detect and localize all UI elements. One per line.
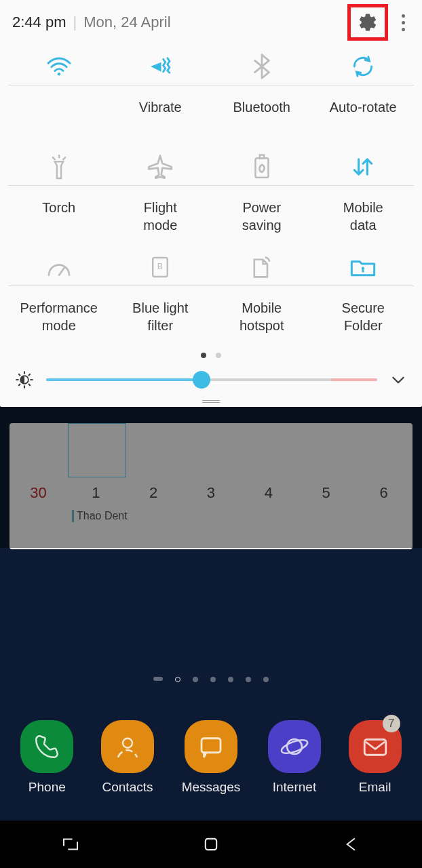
phone-icon	[33, 732, 61, 761]
brightness-row	[0, 370, 422, 400]
toggle-mobiledata[interactable]: Mobiledata	[313, 145, 415, 245]
slider-fill	[46, 378, 202, 381]
home-dot	[210, 677, 216, 682]
app-label: Contacts	[102, 780, 153, 795]
qs-page-indicator[interactable]	[0, 350, 422, 370]
status-row: 2:44 pm | Mon, 24 April	[0, 0, 422, 45]
toggle-hotspot[interactable]: Mobilehotspot	[211, 245, 313, 346]
toggle-performance[interactable]: Performancemode	[8, 245, 110, 346]
wifi-icon	[45, 56, 73, 77]
toggle-wifi[interactable]	[8, 45, 110, 145]
svg-rect-4	[364, 740, 386, 755]
quick-toggles-grid: Vibrate Bluetooth Auto-rotate Torch Flig…	[0, 45, 422, 350]
vibrate-icon	[147, 55, 174, 78]
autorotate-icon	[350, 54, 376, 79]
toggle-flightmode[interactable]: Flightmode	[110, 145, 212, 245]
toggle-securefolder[interactable]: SecureFolder	[313, 245, 415, 346]
data-arrows-icon	[350, 155, 376, 179]
toggle-label: Mobiledata	[343, 199, 383, 235]
toggle-autorotate[interactable]: Auto-rotate	[313, 45, 415, 145]
svg-rect-1	[202, 738, 220, 753]
app-label: Internet	[273, 780, 316, 795]
app-contacts[interactable]: Contacts	[101, 720, 154, 795]
toggle-label: Flightmode	[143, 199, 177, 235]
svg-point-6	[58, 72, 60, 75]
bluetooth-icon	[253, 54, 271, 79]
home-dot	[228, 677, 233, 682]
dock: Phone Contacts Messages Internet 7 Ema	[0, 720, 422, 795]
torch-icon	[48, 153, 70, 180]
home-dot-active	[175, 677, 180, 682]
more-button[interactable]	[396, 14, 410, 31]
svg-rect-7	[255, 158, 268, 178]
app-internet[interactable]: Internet	[268, 720, 321, 795]
toggle-label: Vibrate	[139, 99, 182, 134]
app-label: Email	[359, 780, 391, 795]
brightness-icon	[15, 370, 34, 389]
toggle-bluelight[interactable]: B Blue lightfilter	[110, 245, 212, 346]
app-label: Phone	[28, 780, 66, 795]
home-page-indicator[interactable]	[0, 677, 422, 682]
toggle-label: Auto-rotate	[330, 99, 397, 134]
home-dot	[263, 677, 269, 682]
toggle-label: Blue lightfilter	[132, 300, 188, 335]
highlight-box	[347, 4, 388, 41]
status-time: 2:44 pm	[12, 14, 66, 31]
message-icon	[197, 732, 225, 761]
toggle-label: Powersaving	[242, 199, 282, 235]
svg-point-0	[123, 738, 132, 748]
home-button[interactable]	[202, 835, 220, 854]
svg-text:B: B	[157, 262, 163, 271]
back-button[interactable]	[341, 834, 362, 854]
home-dot	[193, 677, 198, 682]
bluelight-icon: B	[150, 256, 170, 279]
nav-bar	[0, 821, 422, 868]
gear-icon[interactable]	[358, 12, 378, 33]
status-date: Mon, 24 April	[83, 14, 170, 31]
contact-icon	[113, 732, 142, 761]
toggle-label: Bluetooth	[233, 99, 290, 134]
quick-settings-panel: 2:44 pm | Mon, 24 April Vibrate Bluetoot…	[0, 0, 422, 407]
qs-dot-active	[201, 353, 206, 358]
toggle-label: Torch	[42, 199, 75, 235]
app-email[interactable]: 7 Email	[349, 720, 402, 795]
email-badge: 7	[383, 715, 400, 732]
gauge-icon	[45, 256, 73, 278]
qs-dot	[216, 353, 221, 358]
secure-folder-icon	[349, 256, 377, 278]
email-icon	[361, 732, 389, 761]
app-messages[interactable]: Messages	[182, 720, 241, 795]
planet-icon	[280, 732, 309, 762]
slider-warning-tail	[331, 378, 377, 381]
svg-point-11	[362, 267, 364, 269]
slider-thumb[interactable]	[193, 371, 210, 389]
hotspot-icon	[251, 255, 273, 279]
svg-rect-8	[260, 155, 264, 158]
svg-point-3	[280, 737, 309, 756]
home-dot	[246, 677, 251, 682]
toggle-label: Mobilehotspot	[239, 300, 284, 335]
airplane-icon	[147, 153, 174, 180]
app-phone[interactable]: Phone	[20, 720, 73, 795]
recents-button[interactable]	[60, 834, 81, 854]
chevron-down-icon[interactable]	[389, 371, 407, 389]
toggle-label: SecureFolder	[342, 300, 385, 335]
toggle-torch[interactable]: Torch	[8, 145, 110, 245]
toggle-powersaving[interactable]: Powersaving	[211, 145, 313, 245]
panel-handle[interactable]	[202, 400, 220, 403]
app-label: Messages	[182, 780, 241, 795]
battery-leaf-icon	[252, 154, 272, 180]
home-dot	[153, 677, 163, 681]
toggle-vibrate[interactable]: Vibrate	[110, 45, 212, 145]
toggle-label: Performancemode	[20, 300, 98, 335]
status-separator: |	[73, 14, 77, 31]
brightness-slider[interactable]	[46, 378, 377, 381]
svg-rect-5	[206, 839, 216, 850]
toggle-bluetooth[interactable]: Bluetooth	[211, 45, 313, 145]
